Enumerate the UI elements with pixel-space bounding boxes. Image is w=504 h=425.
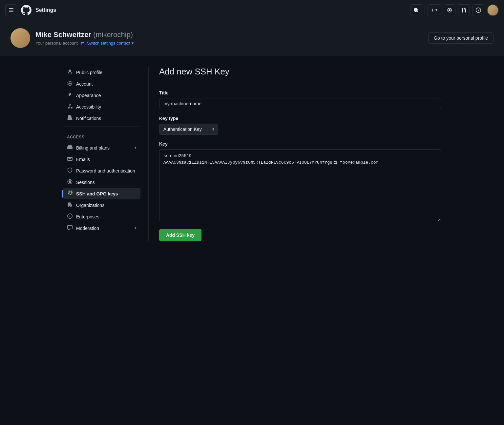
- radio-tower-icon: [67, 179, 73, 185]
- profile-avatar: [10, 28, 30, 48]
- key-form-group: Key ssh-ed25519 AAAAC3NzaC1lZDI1NTE5AAAA…: [159, 141, 441, 222]
- profile-info: Mike Schweitzer (mikerochip) Your person…: [10, 28, 134, 48]
- sidebar-label: Accessibility: [76, 104, 101, 110]
- chevron-down-icon: ▾: [135, 226, 136, 230]
- profile-header: Mike Schweitzer (mikerochip) Your person…: [0, 20, 504, 56]
- new-item-button[interactable]: + ▾: [428, 4, 441, 16]
- sidebar-label: Enterprises: [76, 214, 99, 219]
- goto-profile-button[interactable]: Go to your personal profile: [428, 32, 494, 44]
- submit-section: Add SSH key: [159, 229, 441, 241]
- sidebar-label: Notifications: [76, 116, 101, 121]
- sidebar-item-ssh-gpg[interactable]: SSH and GPG keys: [63, 188, 140, 199]
- main-content: Add new SSH Key Title Key type Authentic…: [148, 67, 441, 241]
- profile-sub: Your personal account ⇄ Switch settings …: [35, 40, 134, 46]
- context-chevron-icon: ▾: [132, 41, 134, 46]
- hamburger-button[interactable]: [5, 4, 17, 16]
- sidebar-label: Billing and plans: [76, 145, 110, 151]
- sidebar-item-password-auth[interactable]: Password and authentication: [63, 165, 140, 176]
- content-divider: [159, 82, 441, 82]
- paintbrush-icon: [67, 92, 73, 98]
- mail-icon: [67, 156, 73, 162]
- title-input[interactable]: [159, 98, 441, 109]
- billing-icon: [67, 145, 73, 151]
- github-logo-icon: [21, 5, 32, 15]
- key-type-select-wrapper: Authentication Key Signing Key ⬍: [159, 124, 218, 135]
- key-type-label: Key type: [159, 116, 441, 121]
- sidebar-label: Public profile: [76, 70, 102, 75]
- sidebar-label: Appearance: [76, 93, 101, 98]
- access-section-label: Access: [63, 130, 140, 142]
- shield-icon: [67, 168, 73, 174]
- sidebar-item-accessibility[interactable]: Accessibility: [63, 101, 140, 112]
- accessibility-icon: [67, 104, 73, 110]
- dropdown-chevron-icon: ▾: [435, 8, 437, 12]
- pull-requests-button[interactable]: [458, 4, 470, 16]
- personal-account-label: Your personal account: [35, 41, 78, 46]
- switch-settings-context-link[interactable]: Switch settings context ▾: [87, 41, 134, 46]
- key-type-select[interactable]: Authentication Key Signing Key: [159, 124, 218, 135]
- sidebar-label: Account: [76, 81, 93, 87]
- sidebar-label: Emails: [76, 157, 90, 162]
- globe-icon: [67, 213, 73, 220]
- profile-name: Mike Schweitzer (mikerochip): [35, 30, 134, 39]
- sidebar-label: Password and authentication: [76, 168, 135, 173]
- sidebar-label: Sessions: [76, 180, 95, 185]
- chevron-down-icon: ▾: [135, 146, 136, 150]
- sidebar-label: Moderation: [76, 226, 99, 231]
- svg-point-1: [449, 9, 451, 11]
- sidebar-item-sessions[interactable]: Sessions: [63, 176, 140, 188]
- sidebar-item-enterprises[interactable]: Enterprises: [63, 211, 140, 222]
- sidebar-item-account[interactable]: Account: [63, 78, 140, 90]
- copilot-button[interactable]: [444, 4, 455, 16]
- title-form-group: Title: [159, 90, 441, 109]
- key-type-form-group: Key type Authentication Key Signing Key …: [159, 116, 441, 135]
- page-title: Settings: [35, 7, 56, 13]
- organization-icon: [67, 202, 73, 208]
- sidebar-item-public-profile[interactable]: Public profile: [63, 67, 140, 78]
- gear-icon: [67, 81, 73, 87]
- content-title: Add new SSH Key: [159, 67, 441, 77]
- sidebar-item-billing[interactable]: Billing and plans ▾: [63, 142, 140, 153]
- moderation-icon: [67, 225, 73, 231]
- topnav-left: Settings: [5, 4, 406, 16]
- top-nav: Settings + ▾: [0, 0, 504, 20]
- profile-username: (mikerochip): [93, 30, 133, 39]
- key-icon: [67, 191, 73, 197]
- sidebar-item-moderation[interactable]: Moderation ▾: [63, 222, 140, 234]
- sidebar-divider: [63, 127, 140, 127]
- search-button[interactable]: [410, 4, 422, 16]
- title-label: Title: [159, 90, 441, 95]
- sidebar-item-appearance[interactable]: Appearance: [63, 90, 140, 101]
- key-textarea[interactable]: ssh-ed25519 AAAAC3NzaC1lZDI1NTE5AAAAIJyp…: [159, 149, 441, 221]
- plus-icon: +: [431, 7, 434, 13]
- key-label: Key: [159, 141, 441, 147]
- switch-icon: ⇄: [80, 40, 84, 46]
- profile-text: Mike Schweitzer (mikerochip) Your person…: [35, 30, 134, 46]
- user-avatar[interactable]: [487, 4, 499, 16]
- topnav-right: + ▾: [410, 4, 499, 16]
- issues-button[interactable]: [472, 4, 484, 16]
- add-ssh-key-button[interactable]: Add SSH key: [159, 229, 201, 241]
- sidebar-item-emails[interactable]: Emails: [63, 153, 140, 165]
- nav-divider: [425, 6, 425, 14]
- sidebar: Public profile Account Appearance: [63, 67, 148, 241]
- sidebar-label: Organizations: [76, 203, 104, 208]
- user-icon: [67, 69, 73, 75]
- sidebar-label: SSH and GPG keys: [76, 191, 118, 196]
- bell-icon: [67, 115, 73, 121]
- sidebar-item-organizations[interactable]: Organizations: [63, 199, 140, 211]
- sidebar-item-notifications[interactable]: Notifications: [63, 112, 140, 124]
- main-layout: Public profile Account Appearance: [55, 56, 449, 252]
